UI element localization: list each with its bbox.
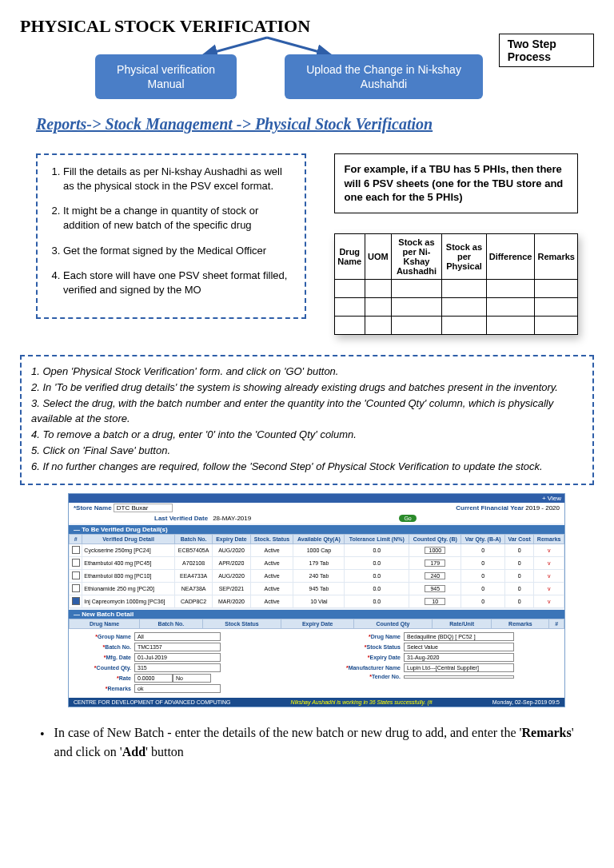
table-header: Expiry Date bbox=[213, 535, 250, 544]
table-header: Stock Status bbox=[202, 619, 281, 629]
sheet-header: Stock as per Physical bbox=[442, 234, 486, 280]
go-button[interactable]: Go bbox=[399, 515, 416, 522]
rate-field[interactable]: 0.0000 bbox=[134, 674, 173, 683]
form-left-col: Group NameAll Batch No.TMC1357 Mfg. Date… bbox=[75, 632, 305, 695]
checkbox[interactable] bbox=[72, 546, 80, 554]
fy-label: Current Financial Year bbox=[456, 504, 524, 512]
table-header: # bbox=[70, 535, 82, 544]
two-step-tag: Two Step Process bbox=[499, 34, 594, 67]
sheet-header: Drug Name bbox=[334, 234, 365, 280]
checkbox[interactable] bbox=[72, 584, 80, 592]
checkbox[interactable] bbox=[72, 597, 80, 605]
last-verified-value: 28-MAY-2019 bbox=[213, 515, 251, 522]
table-header: Stock. Status bbox=[250, 535, 293, 544]
group-name-field[interactable]: All bbox=[134, 632, 221, 641]
group-name-label: Group Name bbox=[75, 634, 134, 639]
tender-no-label: Tender No. bbox=[329, 674, 404, 679]
store-name-field[interactable]: DTC Buxar bbox=[114, 504, 173, 512]
verified-section-header: — To Be Verified Drug Detail(s) bbox=[69, 525, 564, 534]
sheet-header: Stock as per Ni-Kshay Aushadhi bbox=[391, 234, 442, 280]
sheet-header: Difference bbox=[486, 234, 535, 280]
table-header: Verified Drug Detail bbox=[82, 535, 175, 544]
drug-name-label: Drug Name bbox=[329, 634, 404, 639]
step-line: 3. Select the drug, with the batch numbe… bbox=[31, 396, 583, 425]
footer-status: Nikshay Aushadhi is working in 36 States… bbox=[291, 699, 433, 705]
sheet-header: Remarks bbox=[535, 234, 578, 280]
step-line: 6. If no further changes are required, f… bbox=[31, 460, 583, 474]
table-row: Cycloserine 250mg [PC24]ECB57405AAUG/202… bbox=[70, 544, 564, 557]
mfg-date-label: Mfg. Date bbox=[75, 655, 134, 660]
table-header: Drug Name bbox=[70, 619, 140, 629]
form-right-col: Drug NameBedaquiline (BDQ) [ PC52 ] Stoc… bbox=[329, 632, 558, 695]
expiry-date-label: Expiry Date bbox=[329, 655, 404, 660]
stock-status-field[interactable]: Select Value bbox=[404, 643, 514, 651]
note-bold: Remarks bbox=[522, 726, 572, 739]
upload-box: Upload the Change in Ni-kshay Aushahdi bbox=[285, 54, 482, 99]
table-header: Available Qty(A) bbox=[293, 535, 345, 544]
list-item: Each store will have one PSV sheet forma… bbox=[63, 269, 293, 297]
fy-value: 2019 - 2020 bbox=[525, 504, 560, 512]
table-row: Ethionamide 250 mg [PC20]NEA738ASEP/2021… bbox=[70, 583, 564, 595]
instructions-box: Fill the details as per Ni-kshay Aushadh… bbox=[36, 153, 306, 319]
rate-unit-field[interactable]: No bbox=[173, 674, 211, 683]
step-line: 1. Open 'Physical Stock Verification' fo… bbox=[31, 364, 583, 379]
step-line: 5. Click on 'Final Save' button. bbox=[31, 444, 583, 458]
list-item: Get the format signed by the Medical Off… bbox=[63, 244, 293, 258]
table-header: Tolerance Limit (N%) bbox=[345, 535, 409, 544]
batch-no-label: Batch No. bbox=[75, 644, 134, 650]
table-row: Ethambutol 400 mg [PC45]A702108APR/2020A… bbox=[70, 557, 564, 570]
bullet-icon: • bbox=[40, 725, 45, 762]
rate-label: Rate bbox=[75, 675, 134, 681]
table-header: Var Cost bbox=[504, 535, 533, 544]
table-header: Remarks bbox=[534, 535, 564, 544]
note-text: ' button bbox=[146, 745, 184, 759]
remarks-label: Remarks bbox=[75, 686, 134, 691]
table-header: Batch No. bbox=[140, 619, 202, 629]
footer-org: CENTRE FOR DEVELOPMENT OF ADVANCED COMPU… bbox=[74, 699, 231, 705]
svg-line-0 bbox=[203, 38, 267, 55]
table-row: Ethambutol 800 mg [PC10]EEA4733AAUG/2020… bbox=[70, 570, 564, 583]
table-header: Counted Qty bbox=[354, 619, 433, 629]
stock-status-label: Stock Status bbox=[329, 644, 404, 650]
breadcrumb: Reports-> Stock Management -> Physical S… bbox=[36, 115, 594, 133]
table-header: Var Qty. (B-A) bbox=[461, 535, 504, 544]
instructions-list: Fill the details as per Ni-kshay Aushadh… bbox=[49, 165, 293, 297]
counted-qty-field[interactable]: 315 bbox=[134, 663, 221, 672]
app-screenshot: + View *Store Name DTC Buxar Current Fin… bbox=[68, 493, 565, 707]
manufacturer-field[interactable]: Lupin Ltd---[Central Supplier] bbox=[404, 663, 514, 672]
tender-no-field[interactable] bbox=[404, 675, 514, 679]
steps-box: 1. Open 'Physical Stock Verification' fo… bbox=[20, 355, 594, 485]
manual-box: Physical verification Manual bbox=[95, 54, 237, 99]
manufacturer-label: Manufacturer Name bbox=[329, 665, 404, 671]
batch-no-field[interactable]: TMC1357 bbox=[134, 643, 221, 651]
store-name-label: *Store Name bbox=[74, 504, 112, 512]
verified-drug-table: #Verified Drug DetailBatch No.Expiry Dat… bbox=[69, 534, 564, 608]
mfg-date-field[interactable]: 01-Jul-2019 bbox=[134, 653, 221, 662]
expiry-date-field[interactable]: 31-Aug-2020 bbox=[404, 653, 514, 662]
step-line: 2. In 'To be verified drug details' the … bbox=[31, 380, 583, 395]
table-header: Expiry Date bbox=[281, 619, 354, 629]
sheet-header: UOM bbox=[365, 234, 392, 280]
note-text: In case of New Batch - enter the details… bbox=[54, 726, 522, 739]
example-box: For example, if a TBU has 5 PHIs, then t… bbox=[334, 153, 579, 213]
table-header: Remarks bbox=[492, 619, 549, 629]
process-boxes-row: Physical verification Manual Upload the … bbox=[20, 54, 594, 99]
new-batch-section-header: — New Batch Detail bbox=[69, 610, 564, 619]
remarks-field[interactable]: ok bbox=[134, 684, 221, 693]
new-batch-table: Drug NameBatch No.Stock StatusExpiry Dat… bbox=[69, 619, 564, 629]
psv-sheet-sample: Drug Name UOM Stock as per Ni-Kshay Aush… bbox=[334, 233, 579, 335]
table-row: Inj Capreomycin 1000mg [PC36]CADP8C2MAR/… bbox=[70, 595, 564, 608]
table-header: Rate/Unit bbox=[432, 619, 491, 629]
svg-line-1 bbox=[267, 38, 331, 55]
table-header: # bbox=[549, 619, 564, 629]
new-batch-note: • In case of New Batch - enter the detai… bbox=[40, 723, 574, 762]
checkbox[interactable] bbox=[72, 571, 80, 579]
last-verified-label: Last Verified Date bbox=[154, 515, 208, 522]
view-link[interactable]: + View bbox=[542, 495, 561, 502]
table-header: Batch No. bbox=[174, 535, 212, 544]
step-line: 4. To remove a batch or a drug, enter '0… bbox=[31, 428, 583, 442]
list-item: It might be a change in quantity of stoc… bbox=[63, 204, 293, 232]
counted-qty-label: Counted Qty. bbox=[75, 665, 134, 671]
checkbox[interactable] bbox=[72, 559, 80, 567]
drug-name-field[interactable]: Bedaquiline (BDQ) [ PC52 ] bbox=[404, 632, 514, 641]
